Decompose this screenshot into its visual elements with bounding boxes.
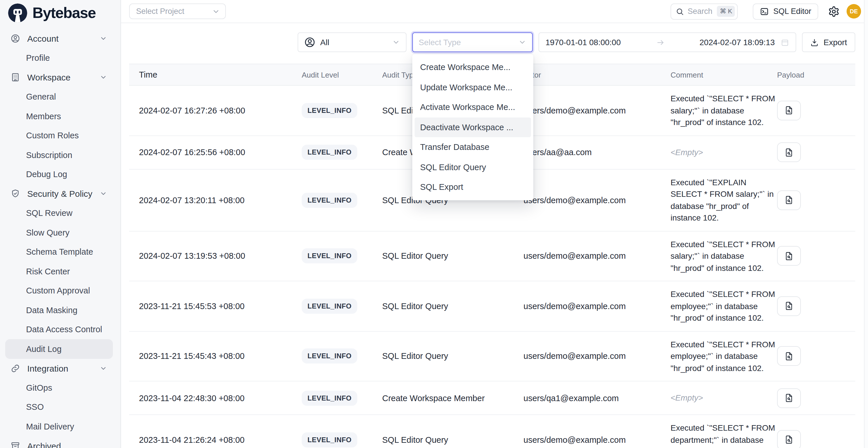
sidebar-item-label: Custom Roles — [26, 131, 79, 140]
sidebar-item[interactable]: General — [5, 87, 113, 106]
sidebar-item[interactable]: SSO — [5, 397, 113, 417]
brand-name: Bytebase — [32, 4, 96, 22]
topbar: Select Project Search ⌘ K — [121, 0, 868, 23]
payload-view-button[interactable] — [777, 388, 801, 408]
chevron-down-icon — [518, 38, 526, 46]
type-menu-item[interactable]: Update Workspace Me... — [414, 77, 531, 97]
chevron-down-icon — [212, 7, 220, 15]
sidebar-nav: Account Profile — [0, 27, 120, 448]
type-menu-item[interactable]: SQL Editor Query — [414, 157, 531, 177]
cell-payload — [777, 246, 855, 266]
sidebar-item[interactable]: Debug Log — [5, 165, 113, 184]
column-header-actor: Actor — [524, 70, 671, 79]
payload-view-button[interactable] — [777, 190, 801, 210]
project-select[interactable]: Select Project — [129, 3, 226, 19]
payload-view-button[interactable] — [777, 101, 801, 120]
type-menu-item[interactable]: SQL Export — [414, 177, 531, 197]
sidebar-item[interactable]: SQL Review — [5, 203, 113, 223]
sidebar-item[interactable]: Custom Approval — [5, 281, 113, 300]
sidebar-item[interactable]: Account — [5, 29, 113, 48]
cell-time: 2023-11-21 15:45:53 +08:00 — [129, 301, 302, 311]
sidebar-item-label: Schema Template — [26, 248, 93, 257]
sidebar-item-label: Security & Policy — [27, 189, 92, 199]
type-menu-item-label: SQL Export — [420, 183, 463, 192]
cell-time: 2024-02-07 13:19:53 +08:00 — [129, 252, 302, 261]
archive-icon — [10, 441, 20, 448]
cell-time: 2023-11-04 22:48:30 +08:00 — [129, 393, 302, 403]
file-search-icon — [784, 147, 794, 157]
cell-comment: Executed `"SELECT * FROM employee;"` in … — [671, 281, 777, 331]
sidebar-item[interactable]: Subscription — [5, 145, 113, 165]
payload-view-button[interactable] — [777, 296, 801, 316]
payload-view-button[interactable] — [777, 346, 801, 366]
search-input[interactable]: Search ⌘ K — [671, 3, 738, 20]
cell-payload — [777, 142, 855, 162]
download-icon — [810, 38, 819, 46]
brand-logo[interactable]: Bytebase — [0, 0, 120, 27]
link-icon — [10, 363, 20, 373]
level-badge: LEVEL_INFO — [302, 349, 357, 364]
sidebar-item[interactable]: Schema Template — [5, 242, 113, 262]
date-from-value: 1970-01-01 08:00:00 — [546, 38, 621, 47]
sql-editor-button[interactable]: SQL Editor — [753, 3, 818, 20]
payload-view-button[interactable] — [777, 142, 801, 162]
cell-time: 2024-02-07 13:20:11 +08:00 — [129, 195, 302, 204]
sidebar-item-label: SSO — [26, 403, 44, 412]
user-circle-icon — [304, 36, 316, 48]
type-menu-item[interactable]: Create Workspace Me... — [414, 57, 531, 77]
type-menu-item[interactable]: Transfer Database — [414, 137, 531, 157]
cell-audit-type: SQL Editor Query — [382, 252, 524, 261]
app-window: Bytebase Account — [0, 0, 868, 448]
chevron-down-icon — [100, 35, 107, 42]
filter-row: All Select Type Create Workspace Me... — [121, 32, 868, 52]
sidebar-item[interactable]: Security & Policy — [5, 184, 113, 203]
gear-icon[interactable] — [828, 5, 840, 17]
cell-audit-level: LEVEL_INFO — [302, 192, 382, 207]
sidebar-item[interactable]: Archived — [5, 436, 113, 448]
chevron-down-icon — [100, 365, 107, 372]
project-select-label: Select Project — [136, 7, 184, 15]
column-header-comment: Comment — [671, 70, 777, 79]
date-range-picker[interactable]: 1970-01-01 08:00:00 2024-02-07 18:09:13 — [538, 32, 796, 52]
scrollbar[interactable] — [864, 0, 868, 448]
sidebar-item[interactable]: Profile — [5, 48, 113, 68]
level-badge: LEVEL_INFO — [302, 390, 357, 406]
type-menu-item-label: Update Workspace Me... — [420, 83, 513, 92]
type-menu-item-label: Create Workspace Me... — [420, 63, 510, 72]
sidebar-item[interactable]: Risk Center — [5, 262, 113, 281]
cell-audit-level: LEVEL_INFO — [302, 299, 382, 314]
payload-view-button[interactable] — [777, 246, 801, 266]
sidebar-item[interactable]: Data Access Control — [5, 320, 113, 339]
type-menu-item[interactable]: Activate Workspace Me... — [414, 97, 531, 117]
type-filter-select[interactable]: Select Type Create Workspace Me... Updat… — [412, 32, 533, 52]
member-filter-select[interactable]: All — [298, 32, 406, 52]
sidebar-item[interactable]: Members — [5, 106, 113, 126]
cell-actor: users/aa@aa.com — [524, 148, 671, 157]
sidebar-item[interactable]: Data Masking — [5, 300, 113, 320]
sidebar-item[interactable]: Workspace — [5, 68, 113, 87]
export-label: Export — [824, 38, 847, 47]
sidebar-item-label: Custom Approval — [26, 286, 90, 295]
type-filter-placeholder: Select Type — [418, 38, 518, 47]
payload-view-button[interactable] — [777, 430, 801, 448]
cell-actor: users/demo@example.com — [524, 352, 671, 361]
sidebar-item[interactable]: Integration — [5, 359, 113, 378]
topbar-right: Search ⌘ K SQL Editor — [671, 3, 861, 20]
cell-audit-type: Create Workspace Member — [382, 393, 524, 403]
sidebar-item[interactable]: Audit Log — [5, 339, 113, 359]
sidebar-item[interactable]: Slow Query — [5, 223, 113, 242]
sidebar-item[interactable]: Mail Delivery — [5, 417, 113, 436]
main-content: Select Project Search ⌘ K — [121, 0, 868, 448]
shield-check-icon — [10, 189, 20, 199]
sidebar-item[interactable]: Custom Roles — [5, 126, 113, 145]
type-menu-item[interactable]: Deactivate Workspace ... — [414, 117, 531, 137]
search-kbd-shortcut: ⌘ K — [717, 6, 735, 17]
cell-comment: Executed `"SELECT * FROM employee;"` in … — [671, 331, 777, 381]
sidebar-item[interactable]: GitOps — [5, 378, 113, 397]
level-badge: LEVEL_INFO — [302, 145, 357, 160]
sidebar-item-label: Integration — [27, 363, 68, 373]
export-button[interactable]: Export — [802, 32, 855, 52]
sidebar: Bytebase Account — [0, 0, 121, 448]
file-search-icon — [784, 301, 794, 311]
avatar[interactable]: DE — [846, 4, 861, 19]
